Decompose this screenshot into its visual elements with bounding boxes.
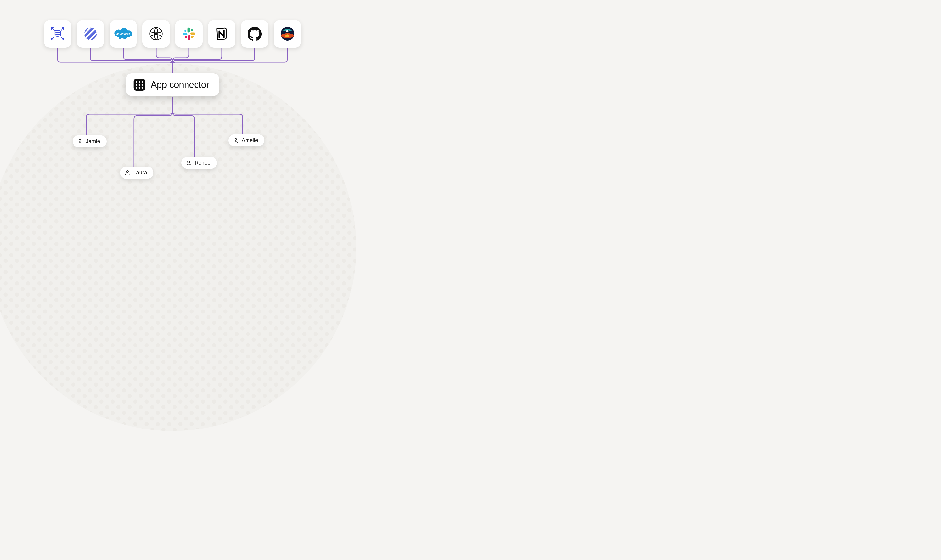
okta-icon	[149, 26, 164, 41]
github-icon	[247, 27, 262, 41]
user-pill-jamie: Jamie	[73, 135, 106, 148]
user-name: Renee	[194, 160, 210, 166]
atlassian-icon	[280, 26, 295, 41]
svg-rect-11	[188, 35, 190, 40]
hub-card: App connector	[126, 74, 219, 96]
app-tile-notion	[208, 20, 236, 48]
svg-point-17	[188, 161, 190, 163]
globe-backdrop	[0, 64, 356, 431]
user-pill-amelie: Amelie	[228, 134, 264, 146]
user-pill-renee: Renee	[181, 157, 217, 169]
person-icon	[77, 138, 83, 144]
slack-icon	[182, 27, 196, 41]
grid-9-icon	[134, 79, 145, 91]
app-tile-github	[241, 20, 268, 48]
svg-point-0	[55, 30, 60, 32]
svg-point-8	[155, 32, 157, 35]
person-icon	[186, 160, 191, 166]
svg-rect-9	[188, 28, 190, 32]
salesforce-icon: salesforce	[114, 27, 133, 40]
notion-icon	[214, 27, 229, 41]
app-tile-aws-rds	[44, 20, 71, 48]
app-tile-atlassian	[274, 20, 301, 48]
svg-rect-12	[183, 33, 188, 35]
user-name: Amelie	[242, 137, 258, 143]
user-name: Laura	[133, 169, 147, 176]
linear-icon	[83, 27, 97, 41]
app-tile-slack	[175, 20, 203, 48]
app-tile-linear	[77, 20, 104, 48]
hub-label: App connector	[151, 80, 209, 90]
app-tile-salesforce: salesforce	[110, 20, 137, 48]
aws-rds-icon	[50, 26, 65, 42]
svg-point-15	[79, 139, 81, 141]
user-pill-laura: Laura	[120, 166, 153, 179]
svg-point-18	[235, 138, 237, 140]
svg-point-16	[126, 171, 128, 172]
app-row: salesforce	[44, 20, 301, 48]
app-tile-okta	[142, 20, 170, 48]
svg-rect-10	[190, 32, 195, 35]
person-icon	[233, 137, 239, 143]
diagram-stage: salesforce	[0, 0, 345, 206]
person-icon	[125, 170, 130, 175]
svg-text:salesforce: salesforce	[116, 32, 130, 35]
user-name: Jamie	[86, 138, 100, 145]
